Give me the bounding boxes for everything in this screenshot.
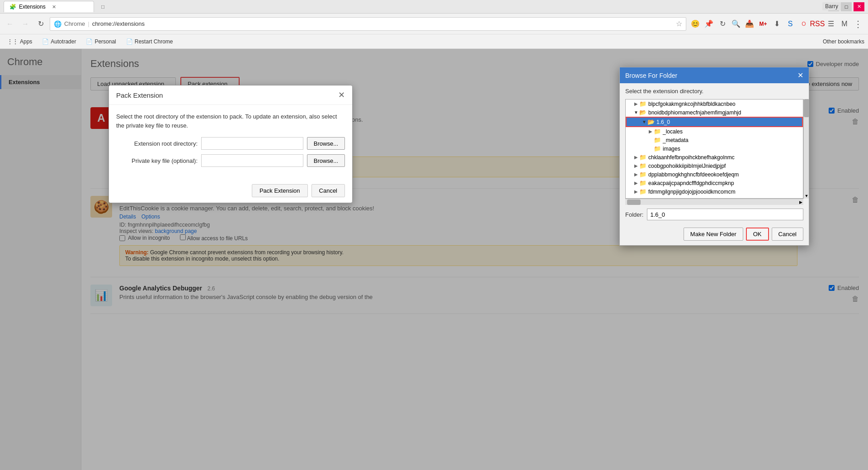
extension-icon-9[interactable]: O xyxy=(797,18,810,30)
folder-icon-images: 📁 xyxy=(654,145,661,152)
folder-icon-chk: 📁 xyxy=(639,154,646,161)
browse-hscrollbar[interactable]: ▶ xyxy=(625,199,803,205)
tree-item-eaka[interactable]: ▶ 📁 eakacpaijcpapndcfffdgphdiccmpknp xyxy=(626,179,803,187)
folder-icon-metadata: 📁 xyxy=(654,137,661,143)
browse-tree-scrollbar[interactable]: ▼ xyxy=(803,99,809,199)
autotrader-label: Autotrader xyxy=(51,38,76,45)
pack-dialog-title: Pack Extension xyxy=(116,91,163,99)
folder-icon-bnoid: 📂 xyxy=(639,109,646,116)
user-name-label: Barry xyxy=(822,2,841,10)
tree-item-locales[interactable]: ▶ 📁 _locales xyxy=(626,127,803,136)
menu-btn[interactable]: ⋮ xyxy=(852,18,864,30)
extension-icon-6[interactable]: M+ xyxy=(757,18,769,30)
browse-cancel-btn[interactable]: Cancel xyxy=(772,228,803,241)
ext-root-input[interactable] xyxy=(201,137,303,150)
folder-icon-locales: 📁 xyxy=(654,128,661,135)
browse-folder-dialog: Browse For Folder ✕ Select the extension… xyxy=(619,67,809,246)
folder-label: Folder: xyxy=(625,211,643,218)
tree-label-metadata: _metadata xyxy=(663,137,689,143)
pack-extension-dialog: Pack Extension ✕ Select the root directo… xyxy=(108,85,353,203)
extension-icon-1[interactable]: 😊 xyxy=(689,18,702,30)
make-new-folder-btn[interactable]: Make New Folder xyxy=(684,228,743,241)
folder-icon-blpc: 📁 xyxy=(639,100,646,107)
reload-btn[interactable]: ↻ xyxy=(34,18,47,30)
hscroll-right-btn[interactable]: ▶ xyxy=(799,200,803,204)
browse-root-btn[interactable]: Browse... xyxy=(307,137,345,150)
tree-item-images[interactable]: 📁 images xyxy=(626,144,803,153)
pack-dialog-header: Pack Extension ✕ xyxy=(109,85,352,105)
tree-arrow-bnoid: ▼ xyxy=(633,110,639,115)
tree-arrow-eaka: ▶ xyxy=(633,180,639,185)
folder-icon-fdmm: 📁 xyxy=(639,188,646,195)
pack-dialog-body: Select the root directory of the extensi… xyxy=(109,105,352,179)
apps-icon: ⋮⋮ xyxy=(7,38,18,45)
extension-icon-8[interactable]: S xyxy=(784,18,797,30)
extension-icon-4[interactable]: 🔍 xyxy=(730,18,742,30)
pack-dialog-close[interactable]: ✕ xyxy=(338,91,345,99)
bookmarks-bar: ⋮⋮ Apps 📄 Autotrader 📄 Personal 📄 Restar… xyxy=(0,34,868,49)
bookmark-personal[interactable]: 📄 Personal xyxy=(82,37,119,47)
browse-title-label: Browse For Folder xyxy=(625,72,677,79)
extension-icon-12[interactable]: M xyxy=(838,18,851,30)
scroll-down-btn[interactable]: ▼ xyxy=(804,193,809,199)
active-tab[interactable]: 🧩 Extensions ✕ xyxy=(4,1,94,12)
extension-icon-2[interactable]: 📌 xyxy=(703,18,715,30)
ext-root-label: Extension root directory: xyxy=(116,140,198,147)
browse-close-btn[interactable]: ✕ xyxy=(797,71,803,80)
tree-item-160[interactable]: ▼ 📂 1.6_0 xyxy=(626,117,803,127)
bookmark-apps[interactable]: ⋮⋮ Apps xyxy=(4,37,36,47)
pack-dialog-footer: Pack Extension Cancel xyxy=(109,179,352,203)
extension-icon-10[interactable]: RSS xyxy=(811,18,824,30)
tree-item-chk[interactable]: ▶ 📁 chklaanhfefbnpoihckbnefhakgolnmc xyxy=(626,153,803,161)
pack-btn[interactable]: Pack Extension xyxy=(252,184,308,197)
back-btn[interactable]: ← xyxy=(4,18,16,30)
bookmark-autotrader[interactable]: 📄 Autotrader xyxy=(38,37,80,47)
ext-root-row: Extension root directory: Browse... xyxy=(116,137,345,150)
inactive-tab[interactable]: □ xyxy=(96,1,114,12)
browse-tree-container: ▶ 📁 blpcfgokakmgnkcojhhkbfbldkacnbeo ▼ 📂… xyxy=(620,99,809,205)
address-box[interactable]: 🌐 Chrome | chrome://extensions ☆ xyxy=(50,17,686,31)
tree-label-bnoid: bnoidbdphiomamecfnjahemfimgjamhjd xyxy=(648,109,741,116)
close-btn[interactable]: ✕ xyxy=(854,2,864,11)
tree-item-fdmm[interactable]: ▶ 📁 fdmmgilgnpjigdojojpjoooidkmcomcm xyxy=(626,187,803,196)
extension-icon-7[interactable]: ⬇ xyxy=(770,18,783,30)
tree-arrow-chk: ▶ xyxy=(633,155,639,160)
tree-item-blpc[interactable]: ▶ 📁 blpcfgokakmgnkcojhhkbfbldkacnbeo xyxy=(626,100,803,108)
maximize-btn[interactable]: □ xyxy=(841,2,852,11)
restart-chrome-icon: 📄 xyxy=(126,38,133,45)
private-key-input[interactable] xyxy=(201,154,303,167)
chrome-logo: 🌐 xyxy=(54,20,61,28)
forward-btn[interactable]: → xyxy=(19,18,32,30)
bookmark-restart-chrome[interactable]: 📄 Restart Chrome xyxy=(123,37,177,47)
folder-input[interactable] xyxy=(647,209,803,220)
tree-arrow-fdmm: ▶ xyxy=(633,189,639,194)
browse-desc: Select the extension directory. xyxy=(620,83,809,99)
private-key-row: Private key file (optional): Browse... xyxy=(116,154,345,167)
titlebar-left: 🧩 Extensions ✕ □ xyxy=(4,1,114,12)
pack-dialog-desc: Select the root directory of the extensi… xyxy=(116,112,345,130)
browse-key-btn[interactable]: Browse... xyxy=(307,154,345,167)
url-display: chrome://extensions xyxy=(92,20,673,27)
browse-tree[interactable]: ▶ 📁 blpcfgokakmgnkcojhhkbfbldkacnbeo ▼ 📂… xyxy=(625,99,803,199)
tree-arrow-coob: ▶ xyxy=(633,163,639,168)
tree-item-dppl[interactable]: ▶ 📁 dpplabbmogkhghncfbfdeeokoefdjeqm xyxy=(626,170,803,179)
extension-icon-11[interactable]: ☰ xyxy=(825,18,837,30)
tab-close-btn[interactable]: ✕ xyxy=(52,4,56,10)
ok-btn[interactable]: OK xyxy=(746,228,769,241)
extensions-tab-icon: 🧩 xyxy=(9,4,16,10)
tree-item-bnoid[interactable]: ▼ 📂 bnoidbdphiomamecfnjahemfimgjamhjd xyxy=(626,108,803,117)
star-icon[interactable]: ☆ xyxy=(676,19,682,28)
tree-label-eaka: eakacpaijcpapndcfffdgphdiccmpknp xyxy=(648,180,734,186)
folder-icon-160: 📂 xyxy=(647,119,655,125)
toolbar-icons: 😊 📌 ↻ 🔍 📥 M+ ⬇ S O RSS ☰ M ⋮ xyxy=(689,18,864,30)
pack-cancel-btn[interactable]: Cancel xyxy=(311,184,345,197)
extension-icon-3[interactable]: ↻ xyxy=(716,18,729,30)
autotrader-icon: 📄 xyxy=(42,38,49,45)
inactive-tab-icon: □ xyxy=(101,4,104,10)
extension-icon-5[interactable]: 📥 xyxy=(743,18,756,30)
tree-item-coob[interactable]: ▶ 📁 coobgpohoikkiipibImjelJniedjpjpf xyxy=(626,161,803,170)
folder-icon-eaka: 📁 xyxy=(639,180,646,186)
tree-label-locales: _locales xyxy=(663,128,683,135)
other-bookmarks[interactable]: Other bookmarks xyxy=(823,38,864,45)
tree-item-metadata[interactable]: 📁 _metadata xyxy=(626,136,803,144)
